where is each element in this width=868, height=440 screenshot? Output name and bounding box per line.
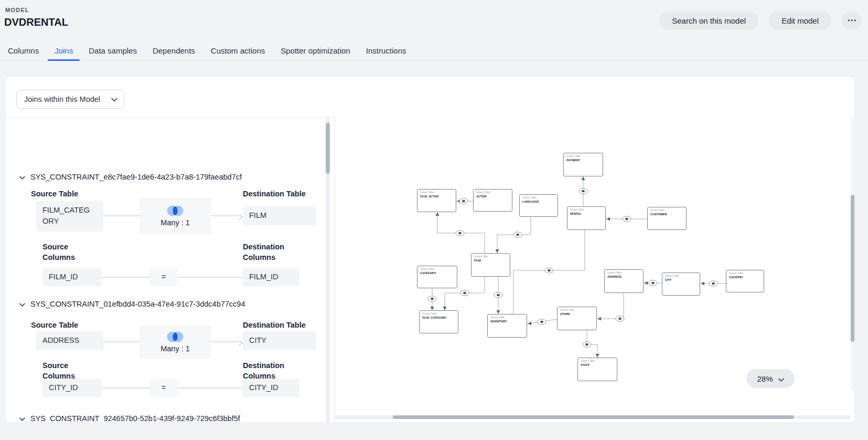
- destination-table-chip: CITY: [243, 331, 316, 350]
- connector-line: [103, 341, 140, 342]
- table-node-film_category[interactable]: System TableFILM_CATEGORY: [419, 310, 458, 333]
- join-badge-glyph: [431, 298, 434, 300]
- source-columns-label: Source Columns: [42, 242, 84, 263]
- equals-operator: =: [150, 268, 177, 286]
- tab-columns[interactable]: Columns: [0, 42, 47, 60]
- destination-table-label: Destination Table: [243, 188, 306, 199]
- er-diagram-canvas[interactable]: System TablePAYMENTSystem TableFILM_ACTO…: [335, 117, 855, 423]
- table-node-customer[interactable]: System TableCUSTOMER: [647, 207, 687, 230]
- join-badge-glyph: [497, 294, 500, 296]
- source-table-chip: FILM_CATEGORY: [36, 201, 103, 232]
- node-table-name: FILM: [474, 258, 510, 263]
- edge-arrowhead: [436, 213, 440, 216]
- connector-line: [103, 215, 140, 216]
- zoom-level-dropdown[interactable]: 28%: [746, 369, 795, 388]
- join-badge-glyph: [516, 234, 519, 236]
- arrow-right-icon: [238, 214, 243, 220]
- node-table-name: INVENTORY: [490, 319, 527, 323]
- chevron-down-icon: [19, 299, 25, 309]
- join-badge-glyph: [458, 232, 462, 234]
- page-title: DVDRENTAL: [4, 16, 68, 28]
- joins-scrollbar-thumb[interactable]: [326, 123, 330, 174]
- joins-list-panel: SYS_CONSTRAINT_e8c7fae9-1de6-4a23-b7a8-1…: [6, 117, 335, 423]
- diagram-vscrollbar-thumb[interactable]: [851, 195, 855, 342]
- node-table-name: CITY: [665, 278, 700, 282]
- table-node-category[interactable]: System TableCATEGORY: [417, 266, 457, 288]
- joins-card: Joins within this Model SYS_CONSTRAINT_e…: [5, 76, 855, 423]
- destination-column-chip: CITY_ID: [243, 379, 299, 397]
- arrow-right-icon: [238, 340, 243, 346]
- table-node-inventory[interactable]: System TableINVENTORY: [487, 314, 527, 338]
- tab-instructions[interactable]: Instructions: [358, 42, 414, 60]
- arrow-right-icon: [238, 339, 243, 344]
- table-node-staff[interactable]: System TableSTAFF: [577, 358, 617, 381]
- tab-data-samples[interactable]: Data samples: [81, 42, 145, 60]
- table-node-payment[interactable]: System TablePAYMENT: [563, 153, 603, 176]
- node-table-name: LANGUAGE: [522, 200, 558, 204]
- chevron-down-icon: [778, 374, 784, 383]
- join-badge-glyph: [540, 321, 543, 323]
- join-badge-glyph: [618, 318, 621, 320]
- source-columns-label: Source Columns: [42, 360, 84, 381]
- connector-line: [101, 277, 150, 278]
- equals-operator: =: [150, 379, 177, 397]
- connector-line: [211, 215, 239, 216]
- tab-joins[interactable]: Joins: [47, 42, 81, 60]
- search-on-model-button[interactable]: Search on this model: [659, 11, 758, 30]
- node-table-name: STAFF: [581, 363, 617, 367]
- edge-arrowhead: [431, 307, 434, 310]
- diagram-hscrollbar-thumb[interactable]: [393, 415, 794, 419]
- table-node-address[interactable]: System TableADDRESS: [604, 269, 644, 293]
- more-options-button[interactable]: ⋯: [842, 11, 862, 30]
- join-badge-glyph: [651, 282, 655, 284]
- tab-custom-actions[interactable]: Custom actions: [203, 42, 273, 60]
- table-node-language[interactable]: System TableLANGUAGE: [519, 194, 558, 217]
- table-node-rental[interactable]: System TableRENTAL: [567, 206, 606, 230]
- edge-arrowhead: [701, 282, 705, 286]
- chevron-down-icon: [19, 172, 25, 182]
- table-node-film[interactable]: System TableFILM: [471, 253, 510, 277]
- relationship-block: Many : 1: [140, 198, 211, 234]
- model-eyebrow: MODEL: [5, 7, 29, 13]
- page: MODEL DVDRENTAL Search on this model Edi…: [0, 0, 868, 440]
- connector-line: [101, 387, 150, 389]
- tab-spotter-optimization[interactable]: Spotter optimization: [273, 42, 358, 60]
- constraint-header[interactable]: SYS_CONSTRAINT_01efbdd4-035a-47e4-91c7-3…: [19, 299, 245, 309]
- constraint-header[interactable]: SYS_CONSTRAINT_e8c7fae9-1de6-4a23-b7a8-1…: [19, 172, 242, 182]
- table-node-city[interactable]: System TableCITY: [662, 273, 700, 296]
- table-node-store[interactable]: System TableSTORE: [557, 307, 597, 330]
- node-table-name: FILM_CATEGORY: [422, 316, 458, 320]
- table-node-film_actor[interactable]: System TableFILM_ACTOR: [417, 189, 456, 212]
- edge-arrowhead: [607, 217, 610, 221]
- relationship-type: Many : 1: [160, 218, 190, 227]
- destination-table-chip: FILM: [243, 206, 316, 225]
- destination-columns-label: Destination Columns: [243, 242, 295, 263]
- join-badge-glyph: [712, 282, 715, 285]
- edge-arrowhead: [497, 310, 500, 314]
- constraint-name: SYS_CONSTRAINT_e8c7fae9-1de6-4a23-b7a8-1…: [30, 173, 242, 181]
- tab-dependents[interactable]: Dependents: [145, 42, 203, 60]
- constraint-name: SYS_CONSTRAINT_924657b0-52b1-439f-9249-7…: [30, 414, 240, 423]
- table-node-actor[interactable]: System TableACTOR: [473, 189, 512, 212]
- join-badge-glyph: [585, 343, 588, 345]
- connector-line: [177, 387, 243, 389]
- source-column-chip: CITY_ID: [42, 379, 101, 397]
- source-column-chip: FILM_ID: [42, 268, 101, 286]
- join-badge-glyph: [582, 190, 585, 192]
- node-table-name: FILM_ACTOR: [420, 194, 456, 198]
- zoom-level-value: 28%: [757, 374, 773, 383]
- source-table-chip: ADDRESS: [36, 331, 103, 350]
- connector-line: [177, 277, 243, 278]
- node-table-name: ACTOR: [476, 194, 512, 198]
- chevron-down-icon: [111, 95, 117, 103]
- join-badge-glyph: [625, 218, 628, 220]
- constraint-header[interactable]: SYS_CONSTRAINT_924657b0-52b1-439f-9249-7…: [19, 414, 240, 423]
- tab-bar: ColumnsJoinsData samplesDependentsCustom…: [0, 42, 868, 61]
- source-table-label: Source Table: [31, 320, 78, 330]
- edge-arrowhead: [645, 281, 648, 285]
- edit-model-button[interactable]: Edit model: [769, 11, 831, 30]
- destination-table-label: Destination Table: [243, 320, 306, 330]
- joins-filter-dropdown[interactable]: Joins within this Model: [16, 90, 124, 109]
- relationship-edge: [597, 293, 624, 319]
- table-node-country[interactable]: System TableCOUNTRY: [726, 270, 764, 292]
